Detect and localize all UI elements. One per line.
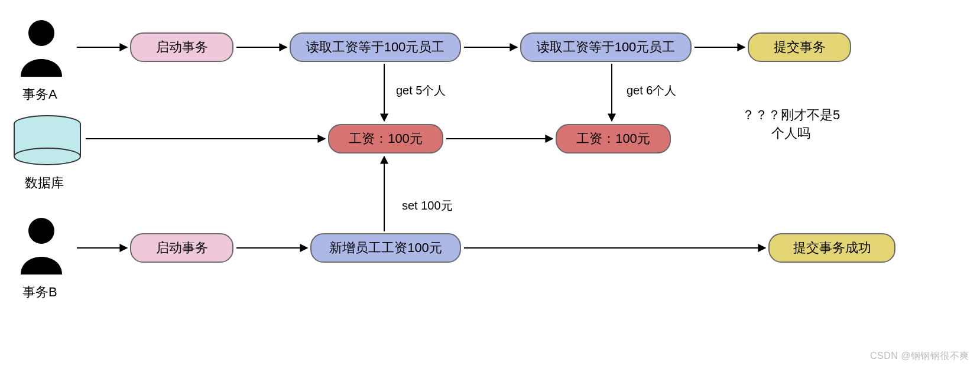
edge-label-set100: set 100元 [402, 198, 453, 214]
person-icon [15, 18, 68, 77]
edge-label-get5: get 5个人 [396, 83, 446, 99]
node-a-commit: 提交事务 [748, 32, 851, 62]
database-icon [12, 115, 83, 168]
svg-point-6 [28, 218, 54, 244]
actor-label-database: 数据库 [25, 174, 64, 192]
svg-point-5 [14, 148, 80, 165]
node-a-read1: 读取工资等于100元员工 [290, 32, 461, 62]
node-salary-1: 工资：100元 [328, 124, 443, 153]
node-b-insert: 新增员工工资100元 [310, 233, 461, 263]
comment-line2: 个人吗 [742, 125, 840, 143]
actor-label-transaction-b: 事务B [22, 283, 57, 301]
node-a-start: 启动事务 [130, 32, 233, 62]
watermark: CSDN @钢钢钢很不爽 [870, 350, 969, 362]
node-a-read2: 读取工资等于100元员工 [520, 32, 692, 62]
person-icon [15, 215, 68, 274]
node-b-commit: 提交事务成功 [768, 233, 895, 263]
edge-label-get6: get 6个人 [627, 83, 676, 99]
node-b-start: 启动事务 [130, 233, 233, 263]
svg-point-0 [28, 20, 54, 46]
actor-label-transaction-a: 事务A [22, 86, 57, 103]
node-salary-2: 工资：100元 [556, 124, 671, 153]
comment-text: ？？？刚才不是5 个人吗 [742, 106, 840, 143]
comment-line1: ？？？刚才不是5 [742, 106, 840, 125]
